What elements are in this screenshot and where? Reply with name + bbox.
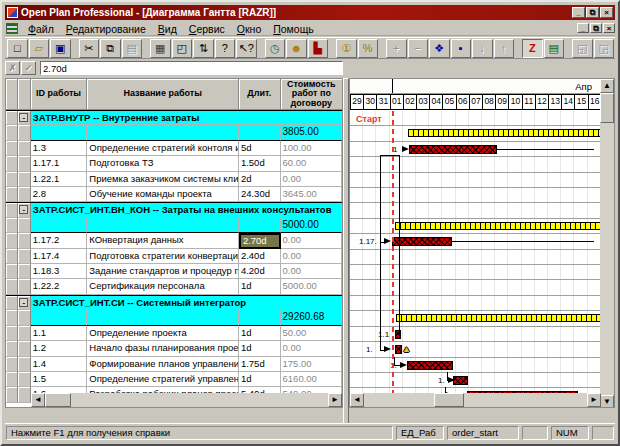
save-button[interactable]: ▣ bbox=[50, 39, 71, 58]
scroll-left-icon[interactable]: ◄ bbox=[31, 393, 45, 407]
new-file-button[interactable]: □ bbox=[7, 39, 28, 58]
column-header-id[interactable]: ID работы bbox=[31, 79, 88, 110]
task-cost-cell[interactable]: 50.00 bbox=[281, 326, 342, 341]
table-row[interactable]: 1.3Определение стратегий контоля и отч5d… bbox=[6, 141, 342, 156]
table-row[interactable]: 1.1Определение проекта1d50.00 bbox=[6, 326, 342, 341]
task-cost-cell[interactable]: 60.00 bbox=[281, 156, 342, 171]
menu-item-вид[interactable]: Вид bbox=[152, 23, 183, 35]
row-selector[interactable] bbox=[6, 141, 18, 156]
sort-button[interactable]: ⇅ bbox=[193, 39, 214, 58]
row-selector[interactable] bbox=[6, 203, 18, 217]
help-button[interactable]: ? bbox=[215, 39, 236, 58]
task-id-cell[interactable]: 1.22.2 bbox=[31, 279, 88, 294]
task-duration-cell[interactable]: 2d bbox=[239, 172, 281, 187]
task-duration-cell[interactable]: 5d bbox=[239, 141, 281, 156]
restore-button[interactable]: ⧉ bbox=[586, 7, 599, 18]
cut-button[interactable]: ✂ bbox=[79, 39, 100, 58]
table-row[interactable]: 1.17.4Подготовка стратегии конвертации2.… bbox=[6, 249, 342, 264]
tile-button[interactable]: ◲ bbox=[594, 39, 615, 58]
task-cost-cell[interactable]: 5000.00 bbox=[281, 279, 342, 294]
time-analysis-button[interactable]: ◷ bbox=[265, 39, 286, 58]
scrollbar-thumb[interactable] bbox=[45, 393, 71, 407]
row-selector[interactable] bbox=[6, 264, 18, 279]
row-selector[interactable] bbox=[6, 218, 18, 233]
table-horizontal-scrollbar[interactable]: ◄ ► bbox=[31, 393, 342, 407]
summary-bar[interactable] bbox=[396, 314, 601, 322]
paste-button[interactable]: ▤ bbox=[122, 39, 143, 58]
remove-button[interactable]: − bbox=[408, 39, 429, 58]
task-cost-cell[interactable]: 0.00 bbox=[281, 249, 342, 264]
task-duration-cell[interactable]: 1d bbox=[239, 341, 281, 356]
link-button[interactable]: ❖ bbox=[429, 39, 450, 58]
cost-button[interactable]: ① bbox=[336, 39, 357, 58]
task-cost-cell[interactable]: 0.00 bbox=[281, 264, 342, 279]
task-name-cell[interactable]: Подготовка ТЗ bbox=[87, 156, 239, 171]
context-help-button[interactable]: ↖? bbox=[236, 39, 257, 58]
task-name-cell[interactable]: Определение проекта bbox=[87, 326, 239, 341]
task-cost-cell[interactable]: 100.00 bbox=[281, 141, 342, 156]
scroll-down-icon[interactable]: ▼ bbox=[600, 395, 614, 408]
task-name-cell[interactable]: Формирование планов управления bbox=[87, 357, 239, 372]
column-header-duration[interactable]: Длит. bbox=[239, 79, 281, 110]
collapse-icon[interactable]: - bbox=[19, 205, 28, 214]
add-button[interactable]: + bbox=[386, 39, 407, 58]
table-row[interactable]: 1.17.1Подготовка ТЗ1.50d60.00 bbox=[6, 156, 342, 171]
table-row[interactable]: 1.22.2Сертификация персонала1d5000.00 bbox=[6, 279, 342, 294]
summary-row[interactable]: 5000.00 bbox=[6, 218, 342, 233]
gantt-horizontal-scrollbar[interactable]: ◄ ► bbox=[350, 393, 601, 407]
gantt-view-button[interactable]: Z bbox=[522, 39, 543, 58]
gantt-vertical-scrollbar[interactable]: ▲ ▼ bbox=[600, 79, 614, 408]
task-name-cell[interactable]: Задание стандартов и процедур по д bbox=[87, 264, 239, 279]
activity-bar[interactable] bbox=[392, 237, 452, 246]
menu-item-файл[interactable]: Файл bbox=[22, 23, 60, 35]
scroll-left-icon[interactable]: ◄ bbox=[350, 393, 364, 407]
task-duration-cell[interactable]: 1d bbox=[239, 372, 281, 387]
task-duration-cell[interactable]: 1.75d bbox=[239, 357, 281, 372]
task-id-cell[interactable]: 1.4 bbox=[31, 357, 88, 372]
copy-button[interactable]: ⧉ bbox=[100, 39, 121, 58]
table-row[interactable]: 2.8Обучение команды проекта24.30d3645.00 bbox=[6, 187, 342, 202]
task-cost-cell[interactable]: 0.00 bbox=[281, 341, 342, 356]
task-id-cell[interactable]: 1.17.1 bbox=[31, 156, 88, 171]
cancel-edit-button[interactable]: ✗ bbox=[5, 61, 20, 75]
spreadsheet-view-button[interactable]: ▤ bbox=[544, 39, 565, 58]
activity-bar[interactable] bbox=[395, 330, 401, 339]
child-restore-button[interactable]: ⧉ bbox=[590, 23, 602, 33]
menu-item-окно[interactable]: Окно bbox=[231, 23, 267, 35]
task-name-cell[interactable]: Приемка заказчиком системы клиент bbox=[87, 172, 239, 187]
task-name-cell[interactable]: Сертификация персонала bbox=[87, 279, 239, 294]
table-row[interactable]: 1.22.1Приемка заказчиком системы клиент2… bbox=[6, 172, 342, 187]
open-file-button[interactable]: ▱ bbox=[29, 39, 50, 58]
scrollbar-thumb[interactable] bbox=[434, 393, 464, 407]
table-row[interactable]: 1.4Формирование планов управления1.75d17… bbox=[6, 357, 342, 372]
row-selector[interactable] bbox=[6, 249, 18, 264]
task-id-cell[interactable]: 1.2 bbox=[31, 341, 88, 356]
task-cost-cell[interactable]: 6160.00 bbox=[281, 372, 342, 387]
row-selector[interactable] bbox=[6, 387, 18, 402]
task-id-cell[interactable]: 1.3 bbox=[31, 141, 88, 156]
child-minimize-button[interactable]: _ bbox=[577, 23, 589, 33]
minimize-button[interactable]: _ bbox=[572, 7, 585, 18]
task-name-cell[interactable]: Обучение команды проекта bbox=[87, 187, 239, 202]
task-duration-cell[interactable]: 2.70d bbox=[239, 233, 281, 248]
print-button[interactable]: ▦ bbox=[150, 39, 171, 58]
summary-bar[interactable] bbox=[408, 129, 601, 137]
row-selector[interactable] bbox=[6, 111, 18, 125]
task-cost-cell[interactable]: 175.00 bbox=[281, 357, 342, 372]
row-selector[interactable] bbox=[6, 125, 18, 140]
summary-row[interactable]: 3805.00 bbox=[6, 125, 342, 140]
summary-row[interactable]: 29260.68 bbox=[6, 310, 342, 325]
collapse-icon[interactable]: - bbox=[19, 113, 28, 122]
close-button[interactable]: × bbox=[600, 7, 613, 18]
row-selector[interactable] bbox=[6, 357, 18, 372]
scroll-up-icon[interactable]: ▲ bbox=[600, 79, 614, 93]
task-cost-cell[interactable]: 0.00 bbox=[281, 172, 342, 187]
row-selector[interactable] bbox=[6, 341, 18, 356]
task-name-cell[interactable]: Начало фазы планирования проекта bbox=[87, 341, 239, 356]
table-row[interactable]: 1.5Определение стратегий управления р1d6… bbox=[6, 372, 342, 387]
column-header-name[interactable]: Название работы bbox=[87, 79, 239, 110]
task-cost-cell[interactable]: 0.00 bbox=[281, 233, 342, 248]
task-id-cell[interactable]: 1.17.4 bbox=[31, 249, 88, 264]
group-row[interactable]: -ЗАТР.СИСТ_ИНТ.ВН_КОН -- Затраты на внеш… bbox=[6, 202, 342, 217]
print-preview-button[interactable]: ◰ bbox=[172, 39, 193, 58]
